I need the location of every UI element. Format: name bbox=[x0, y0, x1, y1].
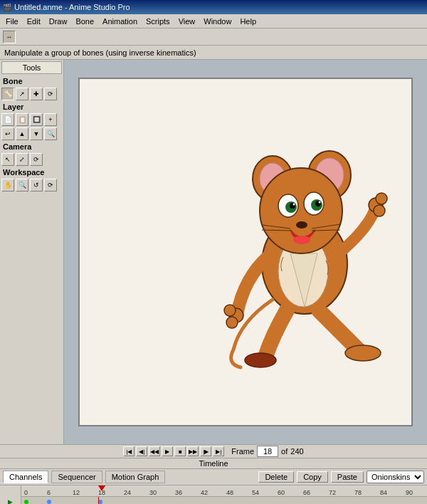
title-bar-icon: 🎬 bbox=[3, 4, 11, 11]
svg-point-27 bbox=[374, 205, 385, 216]
ruler-72: 72 bbox=[329, 489, 336, 496]
timeline-right: 0 6 12 18 24 30 36 42 48 54 60 66 72 78 … bbox=[21, 485, 427, 504]
bone-tool-4[interactable]: ⟳ bbox=[44, 88, 57, 100]
ruler-66: 66 bbox=[303, 489, 310, 496]
layer-tool-2[interactable]: 📋 bbox=[16, 113, 28, 126]
btn-prev-keyframe[interactable]: ◀| bbox=[136, 446, 147, 456]
layer-tool-3[interactable]: 🔲 bbox=[30, 113, 43, 126]
bone-tool-1[interactable]: 🦴 bbox=[1, 88, 14, 100]
frame-input[interactable] bbox=[257, 446, 278, 457]
menu-edit[interactable]: Edit bbox=[23, 16, 45, 27]
svg-point-29 bbox=[345, 345, 381, 361]
btn-next-frame[interactable]: ▶▶ bbox=[187, 446, 199, 456]
svg-point-28 bbox=[245, 353, 276, 367]
bone-tool-2[interactable]: ↗ bbox=[16, 88, 28, 100]
bone-tool-3[interactable]: ✚ bbox=[30, 88, 43, 100]
btn-go-start[interactable]: |◀ bbox=[123, 446, 135, 456]
svg-point-15 bbox=[319, 201, 321, 204]
ruler-30: 30 bbox=[149, 489, 157, 496]
timeline-label: Timeline bbox=[0, 458, 427, 469]
svg-point-14 bbox=[293, 204, 295, 206]
menu-file[interactable]: File bbox=[1, 16, 23, 27]
character-container bbox=[219, 100, 390, 371]
playback-area: |◀ ◀| ◀◀ ▶ ■ ▶▶ |▶ ▶| Frame of 240 bbox=[0, 444, 427, 458]
keyframe-1-0 bbox=[24, 500, 28, 504]
btn-paste[interactable]: Paste bbox=[331, 471, 364, 483]
ruler-0: 0 bbox=[24, 489, 28, 496]
menu-bar: File Edit Draw Bone Animation Scripts Vi… bbox=[0, 14, 427, 28]
playhead-line bbox=[98, 497, 99, 504]
btn-next-keyframe[interactable]: |▶ bbox=[200, 446, 211, 456]
workspace-label: Workspace bbox=[0, 167, 63, 178]
layer-tool-7[interactable]: ▼ bbox=[30, 127, 43, 140]
layer-label: Layer bbox=[0, 101, 63, 112]
of-label: of bbox=[281, 447, 288, 456]
ruler-42: 42 bbox=[201, 489, 208, 496]
ruler-48: 48 bbox=[226, 489, 233, 496]
menu-draw[interactable]: Draw bbox=[45, 16, 72, 27]
status-text: Manipulate a group of bones (using inver… bbox=[4, 48, 196, 57]
menu-window[interactable]: Window bbox=[199, 16, 236, 27]
svg-point-16 bbox=[296, 221, 307, 229]
timeline-toolbar: Channels Sequencer Motion Graph Delete C… bbox=[0, 469, 427, 485]
layer-tool-8[interactable]: 🔍 bbox=[44, 127, 57, 140]
ruler-6: 6 bbox=[47, 489, 51, 496]
workspace-tool-3[interactable]: ↺ bbox=[30, 179, 43, 191]
tab-motion-graph[interactable]: Motion Graph bbox=[105, 471, 166, 483]
keyframe-1-6 bbox=[47, 500, 51, 504]
tab-sequencer[interactable]: Sequencer bbox=[51, 471, 102, 483]
timeline-left: ▶ — — — bbox=[0, 485, 21, 504]
canvas-area bbox=[64, 60, 427, 444]
layer-tool-6[interactable]: ▲ bbox=[16, 127, 28, 140]
svg-point-23 bbox=[224, 305, 236, 316]
workspace-tool-1[interactable]: ✋ bbox=[1, 179, 14, 191]
timeline-section: Timeline Channels Sequencer Motion Graph… bbox=[0, 458, 427, 504]
tab-channels[interactable]: Channels bbox=[3, 471, 48, 483]
layer-tool-4[interactable]: + bbox=[44, 113, 57, 126]
menu-scripts[interactable]: Scripts bbox=[142, 16, 174, 27]
svg-point-24 bbox=[226, 317, 238, 328]
ruler-36: 36 bbox=[175, 489, 182, 496]
camera-tool-1[interactable]: ↖ bbox=[1, 153, 14, 166]
camera-label: Camera bbox=[0, 141, 63, 152]
canvas-frame bbox=[78, 78, 413, 426]
toolbar-manipulate-btn[interactable]: ↔ bbox=[3, 31, 16, 43]
timeline-ruler: 0 6 12 18 24 30 36 42 48 54 60 66 72 78 … bbox=[21, 485, 427, 497]
camera-tool-2[interactable]: ⤢ bbox=[16, 153, 28, 166]
layer-tool-5[interactable]: ↩ bbox=[1, 127, 14, 140]
svg-point-26 bbox=[376, 193, 387, 204]
status-bar: Manipulate a group of bones (using inver… bbox=[0, 46, 427, 60]
frame-display: Frame of 240 bbox=[231, 446, 303, 457]
camera-tool-3[interactable]: ⟳ bbox=[30, 153, 43, 166]
track-row-1 bbox=[21, 497, 427, 504]
layer-tool-1[interactable]: 📄 bbox=[1, 113, 14, 126]
toolbar-row: ↔ bbox=[0, 28, 427, 46]
tools-header: Tools bbox=[1, 61, 62, 74]
btn-go-end[interactable]: ▶| bbox=[213, 446, 224, 456]
total-frames: 240 bbox=[290, 447, 303, 456]
workspace-tool-4[interactable]: ⟳ bbox=[44, 179, 57, 191]
btn-stop[interactable]: ■ bbox=[174, 446, 186, 456]
layer-tools-row2: ↩ ▲ ▼ 🔍 bbox=[0, 127, 63, 141]
title-bar: 🎬 Untitled.anme - Anime Studio Pro bbox=[0, 0, 427, 14]
btn-copy[interactable]: Copy bbox=[297, 471, 328, 483]
menu-help[interactable]: Help bbox=[236, 16, 260, 27]
btn-play[interactable]: ▶ bbox=[162, 446, 173, 456]
btn-delete[interactable]: Delete bbox=[258, 471, 294, 483]
timeline-tracks bbox=[21, 497, 427, 504]
workspace-tools-row: ✋ 🔍 ↺ ⟳ bbox=[0, 178, 63, 192]
ruler-12: 12 bbox=[73, 489, 80, 496]
timeline-content: ▶ — — — 0 6 12 18 24 30 36 42 48 54 60 6… bbox=[0, 485, 427, 504]
svg-point-17 bbox=[293, 236, 310, 244]
title-bar-text: Untitled.anme - Anime Studio Pro bbox=[14, 3, 130, 11]
menu-view[interactable]: View bbox=[174, 16, 200, 27]
ruler-84: 84 bbox=[380, 489, 387, 496]
btn-prev-frame[interactable]: ◀◀ bbox=[149, 446, 160, 456]
menu-bone[interactable]: Bone bbox=[71, 16, 98, 27]
onionskins-select[interactable]: Onionskins bbox=[367, 471, 424, 483]
menu-animation[interactable]: Animation bbox=[98, 16, 142, 27]
ruler-54: 54 bbox=[252, 489, 259, 496]
timeline-play-icon[interactable]: ▶ bbox=[8, 498, 13, 504]
workspace-tool-2[interactable]: 🔍 bbox=[16, 179, 28, 191]
ruler-24: 24 bbox=[124, 489, 131, 496]
